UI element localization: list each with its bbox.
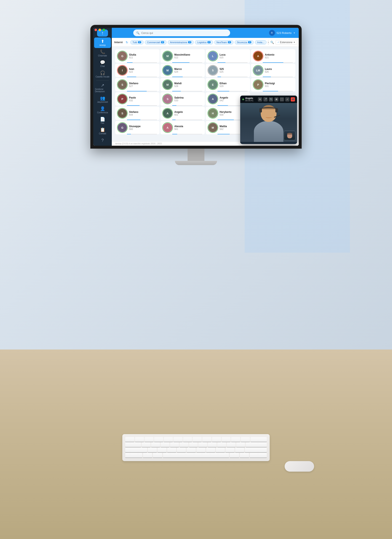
contact-ext: 528 xyxy=(174,85,202,87)
fullscreen-button[interactable]: ⛶ xyxy=(280,97,284,101)
contact-card[interactable]: S Stefano 527 xyxy=(115,78,160,91)
contact-card[interactable]: L Luca 515 xyxy=(206,49,250,63)
mute-button[interactable]: 🎤 xyxy=(263,97,268,101)
contact-bar-fill xyxy=(217,105,228,106)
contact-card[interactable]: A Angelo 551 xyxy=(160,106,205,120)
refresh-icon[interactable]: ↻ xyxy=(126,41,128,44)
maximize-dot[interactable] xyxy=(103,29,105,31)
contact-name: Ethan xyxy=(220,82,248,85)
video-call-overlay: Angelo 00:00:41 ⏸ 🎤 📷 🖥 ⛶ ⤢ 📵 xyxy=(240,96,297,144)
contact-card[interactable]: S Stefano 544 xyxy=(115,106,160,120)
checkmark-icon: ✓ xyxy=(277,41,279,43)
video-toggle-button[interactable]: 📷 xyxy=(269,97,273,101)
sidebar-item-nexiop[interactable]: ⬆ nexiop xyxy=(94,38,111,48)
contact-ext: 533 xyxy=(174,99,202,102)
contact-info: Paolo 532 xyxy=(129,96,157,102)
contact-avatar: A xyxy=(163,123,172,132)
contact-activity-bar xyxy=(127,134,157,134)
user-name: 523 Roberto xyxy=(277,31,292,34)
contact-activity-bar xyxy=(127,62,157,63)
sidebar-item-chiamate[interactable]: 📞 Chiamate xyxy=(94,48,111,58)
contact-avatar: G xyxy=(118,123,127,132)
screen-share-button[interactable]: 🖥 xyxy=(274,97,278,101)
contact-activity-bar xyxy=(127,77,157,77)
contact-card[interactable]: A Alessia 561 xyxy=(160,121,205,134)
expand-button[interactable]: ⤢ xyxy=(285,97,289,101)
contact-card[interactable]: A Antonio 521 xyxy=(251,49,295,63)
tab-logistica[interactable]: Logistica 2 xyxy=(195,40,213,44)
sidebar-item-jasytomeet[interactable]: 👥 Jasytomeet xyxy=(94,94,111,105)
tab-insta[interactable]: Insta... xyxy=(255,40,267,44)
sidebar-item-label: Chat xyxy=(100,65,105,67)
key xyxy=(170,442,179,447)
search-box[interactable]: 🔍 xyxy=(133,29,230,36)
tab-commerciali[interactable]: Commerciali 0 xyxy=(145,40,167,44)
tab-badge: 0 xyxy=(228,41,231,43)
contact-card[interactable]: M Marco 524 xyxy=(160,64,205,77)
video-call-timer: 00:00:41 xyxy=(245,99,253,102)
contact-activity-bar xyxy=(263,91,293,91)
contact-card[interactable]: E Ethan 529 xyxy=(206,78,250,91)
sidebar-item-fax[interactable]: 📄 Fax xyxy=(94,115,111,126)
contact-bar-fill xyxy=(127,62,133,63)
tab-tutti[interactable]: Tutti 2 xyxy=(130,40,143,44)
sidebar-item-deviazioni[interactable]: ↗ Gestione Deviazioni xyxy=(94,82,111,94)
contact-bar-fill xyxy=(172,91,181,91)
search-contacts-icon[interactable]: 🔍 xyxy=(270,41,274,44)
pip-feed xyxy=(284,131,295,140)
contact-card[interactable]: P Pierluigi 531 xyxy=(251,78,295,91)
contact-card[interactable]: G Giuseppe 560 xyxy=(115,121,160,134)
tab-sicurezza[interactable]: Sicurezza 3 xyxy=(235,40,254,44)
contact-card[interactable]: S Sabrina 533 xyxy=(160,92,205,106)
footer-text: nexiop (2.6.0) è un marchio registrato 2… xyxy=(115,143,162,145)
contact-activity-bar xyxy=(217,77,248,77)
headset-right xyxy=(275,108,278,112)
contact-name: Marco xyxy=(174,67,202,71)
contact-card[interactable]: I Ivan 522 xyxy=(115,64,160,77)
pause-button[interactable]: ⏸ xyxy=(258,97,262,101)
contact-info: Massimiliano 512 xyxy=(174,53,202,59)
mouth xyxy=(265,116,272,118)
contact-bar-fill xyxy=(217,91,229,91)
minimize-dot[interactable] xyxy=(99,29,101,31)
end-call-button[interactable]: 📵 xyxy=(291,97,295,101)
key xyxy=(193,437,202,442)
key xyxy=(235,448,244,452)
contact-activity-bar xyxy=(127,120,157,120)
user-badge: R 523 Roberto ▼ xyxy=(269,30,295,36)
sidebar-item-chat[interactable]: 💬 Chat xyxy=(94,58,111,69)
contact-name: Ivan xyxy=(129,67,157,71)
sidebar-item-conferenza[interactable]: 👤 Conferenza xyxy=(94,105,111,115)
extension-select[interactable]: ✓ Estensione ▼ xyxy=(276,40,297,45)
contact-name: Pierluigi xyxy=(265,82,293,85)
sidebar-item-label: Chiamate xyxy=(98,54,107,57)
key xyxy=(143,453,153,457)
sidebar-item-voicemail[interactable]: 🎧 Casella Vocale xyxy=(94,69,111,80)
contact-avatar: M xyxy=(163,66,172,75)
key xyxy=(135,437,144,442)
contact-card[interactable]: M Mahdi 528 xyxy=(160,78,205,91)
contact-name: Antonio xyxy=(265,53,293,56)
contact-info: Giulia 511 xyxy=(129,53,157,59)
contact-card[interactable]: M Massimiliano 512 xyxy=(160,49,205,63)
avatar-wrapper: H xyxy=(208,109,217,118)
sidebar-item-label: Fax xyxy=(101,122,105,124)
contact-info: Sabrina 533 xyxy=(174,96,202,102)
key xyxy=(227,442,236,447)
contact-card[interactable]: LM Laura 526 xyxy=(251,64,295,77)
contact-card[interactable]: G Giulia 511 xyxy=(115,49,160,63)
tab-more-button[interactable]: › xyxy=(268,40,269,45)
key xyxy=(161,442,169,447)
sidebar-item-contatti[interactable]: 📋 Contatti xyxy=(94,126,111,136)
contact-card[interactable]: P Paolo 532 xyxy=(115,92,160,106)
sidebar-item-help[interactable]: ? xyxy=(94,136,111,144)
contact-card[interactable]: 5 525 525 xyxy=(206,64,250,77)
key xyxy=(186,448,196,452)
tab-amministrazione[interactable]: Amministrazione 3 xyxy=(168,40,194,44)
video-header: Angelo 00:00:41 ⏸ 🎤 📷 🖥 ⛶ ⤢ 📵 xyxy=(240,96,297,103)
contact-bar-fill xyxy=(172,62,190,63)
home-icon: ⬆ xyxy=(101,39,105,43)
close-dot[interactable] xyxy=(95,29,97,31)
search-input[interactable] xyxy=(141,31,227,34)
tab-nexiteam[interactable]: NexiTeam 0 xyxy=(214,40,234,44)
